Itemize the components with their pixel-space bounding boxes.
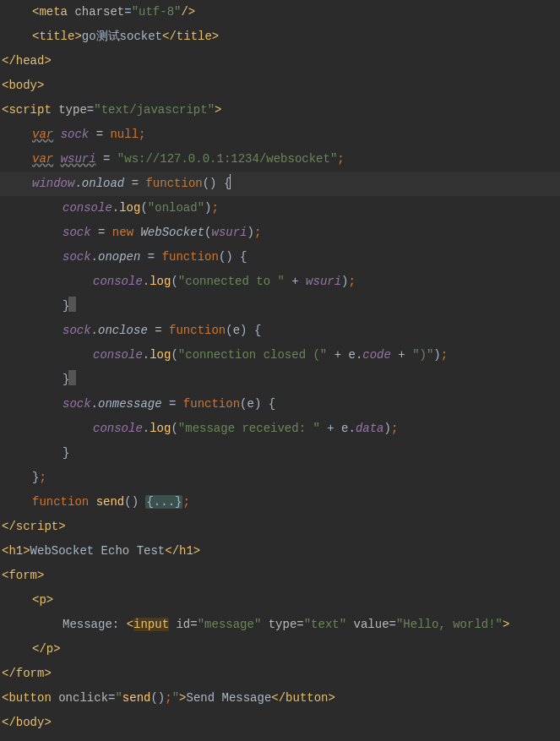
- code-content: </head>: [2, 54, 52, 68]
- code-line[interactable]: }: [0, 441, 560, 466]
- code-content: <meta charset="utf-8"/>: [32, 5, 195, 19]
- code-content: </p>: [32, 642, 61, 656]
- code-line[interactable]: </head>: [0, 49, 560, 74]
- code-content: }: [63, 299, 76, 313]
- code-content: <p>: [32, 593, 53, 607]
- code-line[interactable]: <p>: [0, 588, 560, 613]
- code-content: <title>go测试socket</title>: [32, 30, 219, 43]
- code-content: }: [63, 373, 76, 386]
- code-line[interactable]: sock = new WebSocket(wsuri);: [0, 221, 560, 245]
- code-line[interactable]: </p>: [0, 637, 560, 662]
- code-content: sock.onopen = function() {: [63, 250, 247, 264]
- code-line[interactable]: window.onload = function() {: [0, 172, 560, 196]
- code-content: window.onload = function() {: [32, 177, 231, 190]
- code-line[interactable]: }: [0, 368, 560, 392]
- code-line[interactable]: </form>: [0, 662, 560, 686]
- code-line[interactable]: var wsuri = "ws://127.0.0.1:1234/websock…: [0, 147, 560, 172]
- code-line[interactable]: <button onclick="send();">Send Message</…: [0, 686, 560, 711]
- code-content: </form>: [2, 667, 52, 680]
- code-content: }: [63, 446, 69, 460]
- code-line[interactable]: function send() {...};: [0, 490, 560, 515]
- code-content: console.log("connection closed (" + e.co…: [93, 348, 448, 362]
- code-line[interactable]: <title>go测试socket</title>: [0, 25, 560, 49]
- code-line[interactable]: <h1>WebSocket Echo Test</h1>: [0, 539, 560, 564]
- code-content: <form>: [2, 569, 44, 582]
- code-line[interactable]: Message: <input id="message" type="text"…: [0, 613, 560, 637]
- code-line[interactable]: sock.onclose = function(e) {: [0, 319, 560, 343]
- code-line[interactable]: sock.onopen = function() {: [0, 245, 560, 270]
- code-line[interactable]: </script>: [0, 515, 560, 539]
- code-line[interactable]: <meta charset="utf-8"/>: [0, 0, 560, 25]
- code-line[interactable]: console.log("connected to " + wsuri);: [0, 270, 560, 294]
- code-line[interactable]: console.log("message received: " + e.dat…: [0, 417, 560, 441]
- code-content: var wsuri = "ws://127.0.0.1:1234/websock…: [32, 152, 345, 166]
- code-content: console.log("connected to " + wsuri);: [93, 275, 356, 288]
- code-content: console.log("onload");: [63, 201, 219, 215]
- code-line[interactable]: </body>: [0, 711, 560, 735]
- code-content: <button onclick="send();">Send Message</…: [2, 691, 335, 705]
- code-content: Message: <input id="message" type="text"…: [63, 618, 509, 631]
- code-content: <body>: [2, 79, 44, 92]
- code-content: sock.onmessage = function(e) {: [63, 397, 275, 411]
- code-line[interactable]: console.log("onload");: [0, 196, 560, 221]
- code-line[interactable]: console.log("connection closed (" + e.co…: [0, 343, 560, 368]
- code-content: var sock = null;: [32, 128, 145, 141]
- code-content: };: [32, 471, 46, 484]
- code-content: console.log("message received: " + e.dat…: [93, 422, 398, 435]
- code-content: sock = new WebSocket(wsuri);: [63, 226, 261, 239]
- code-content: sock.onclose = function(e) {: [63, 324, 261, 337]
- code-line[interactable]: sock.onmessage = function(e) {: [0, 392, 560, 417]
- code-line[interactable]: };: [0, 466, 560, 490]
- code-line[interactable]: }: [0, 294, 560, 319]
- code-content: function send() {...};: [32, 495, 190, 509]
- code-content: <script type="text/javascript">: [2, 103, 221, 117]
- code-line[interactable]: <body>: [0, 74, 560, 98]
- code-line[interactable]: <script type="text/javascript">: [0, 98, 560, 123]
- code-content: </script>: [2, 520, 66, 533]
- code-content: <h1>WebSocket Echo Test</h1>: [2, 544, 200, 558]
- code-editor[interactable]: <meta charset="utf-8"/><title>go测试socket…: [0, 0, 560, 741]
- code-content: </body>: [2, 716, 52, 729]
- code-line[interactable]: <form>: [0, 564, 560, 588]
- code-line[interactable]: var sock = null;: [0, 123, 560, 147]
